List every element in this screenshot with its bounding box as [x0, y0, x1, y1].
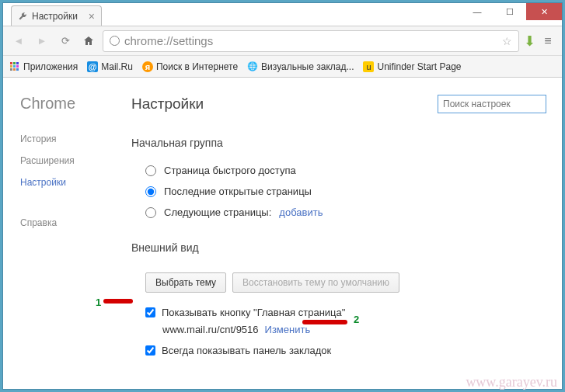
bookmark-visual[interactable]: 🌐 Визуальные заклад... [247, 61, 354, 72]
maximize-button[interactable]: ☐ [494, 3, 526, 20]
bookmark-search[interactable]: я Поиск в Интернете [142, 61, 238, 72]
settings-main: Настройки Начальная группа Страница быст… [124, 78, 562, 389]
startup-opt-continue[interactable]: Последние открытые страницы [131, 181, 546, 202]
tab-close-icon[interactable]: × [89, 10, 95, 23]
chrome-menu-button[interactable]: ≡ [540, 33, 556, 49]
sidebar-item-help[interactable]: Справка [20, 212, 124, 234]
choose-theme-button[interactable]: Выбрать тему [145, 272, 226, 293]
svg-rect-4 [13, 65, 16, 68]
tab-settings[interactable]: Настройки × [11, 5, 102, 26]
show-home-checkbox[interactable] [145, 307, 155, 317]
bookmark-unifinder[interactable]: u Unifinder Start Page [363, 61, 461, 72]
radio-pages[interactable] [145, 207, 156, 218]
annotation-1: 1 [96, 297, 101, 308]
svg-rect-8 [16, 68, 19, 71]
red-mark-2 [302, 320, 347, 324]
svg-rect-3 [10, 65, 12, 68]
show-home-checkbox-row[interactable]: Показывать кнопку "Главная страница" [131, 304, 546, 321]
svg-rect-5 [16, 65, 19, 68]
mailru-icon: @ [87, 61, 98, 72]
bookmark-label: Поиск в Интернете [156, 61, 238, 72]
red-mark-1 [103, 299, 133, 304]
bookmark-label: Визуальные заклад... [261, 61, 354, 72]
svg-rect-0 [10, 62, 12, 64]
unifinder-fav-icon: u [363, 61, 374, 72]
search-fav-icon: я [142, 61, 153, 72]
change-home-link[interactable]: Изменить [265, 324, 311, 335]
download-icon[interactable]: ⬇ [524, 33, 535, 50]
wrench-icon [18, 12, 27, 21]
bookmarks-bar: Приложения @ Mail.Ru я Поиск в Интернете… [3, 56, 562, 78]
apps-button[interactable]: Приложения [9, 61, 78, 72]
bookmark-star-icon[interactable]: ☆ [502, 35, 512, 47]
add-pages-link[interactable]: добавить [279, 206, 323, 218]
checkbox-label: Всегда показывать панель закладок [162, 345, 331, 356]
chrome-brand: Chrome [20, 95, 124, 113]
window-controls: — ☐ ✕ [461, 3, 562, 20]
visual-fav-icon: 🌐 [247, 61, 258, 72]
browser-window: — ☐ ✕ Настройки × ◄ ► ⟳ ☆ ⬇ ≡ Приложения… [2, 2, 563, 390]
close-button[interactable]: ✕ [526, 3, 562, 20]
page-title: Настройки [131, 95, 204, 113]
watermark: www.garayev.ru [466, 374, 557, 390]
startup-opt-pages[interactable]: Следующие страницы: добавить [131, 202, 546, 223]
svg-rect-2 [16, 62, 19, 64]
settings-search-input[interactable] [438, 95, 546, 113]
radio-label: Последние открытые страницы [164, 186, 312, 197]
toolbar: ◄ ► ⟳ ☆ ⬇ ≡ [3, 26, 562, 56]
minimize-button[interactable]: — [461, 3, 494, 20]
startup-opt-newtab[interactable]: Страница быстрого доступа [131, 160, 546, 181]
url-input[interactable] [124, 34, 497, 47]
startup-heading: Начальная группа [131, 137, 546, 149]
address-bar[interactable]: ☆ [103, 30, 519, 52]
annotation-2: 2 [354, 314, 359, 325]
back-button[interactable]: ◄ [9, 32, 28, 50]
bookmark-label: Unifinder Start Page [377, 61, 461, 72]
sidebar-item-settings[interactable]: Настройки [20, 172, 124, 193]
svg-rect-6 [10, 68, 12, 71]
radio-label: Следующие страницы: [164, 206, 271, 218]
apps-icon [9, 61, 20, 72]
radio-continue[interactable] [145, 186, 156, 197]
home-button[interactable] [79, 32, 98, 50]
apps-label: Приложения [23, 61, 78, 72]
radio-newtab[interactable] [145, 165, 156, 176]
forward-button[interactable]: ► [33, 32, 51, 50]
svg-rect-7 [13, 68, 16, 71]
show-bookmarks-checkbox[interactable] [145, 345, 155, 356]
bookmark-mailru[interactable]: @ Mail.Ru [87, 61, 133, 72]
appearance-heading: Внешний вид [131, 241, 546, 254]
tab-title: Настройки [32, 11, 78, 22]
home-url-text: www.mail.ru/cnt/9516 [162, 324, 259, 335]
radio-label: Страница быстрого доступа [164, 165, 296, 176]
globe-icon [110, 36, 120, 46]
page-content: Chrome История Расширения Настройки Спра… [3, 78, 562, 389]
bookmark-label: Mail.Ru [101, 61, 133, 72]
checkbox-label: Показывать кнопку "Главная страница" [162, 307, 345, 318]
sidebar-item-history[interactable]: История [20, 128, 124, 150]
settings-sidebar: Chrome История Расширения Настройки Спра… [3, 78, 124, 389]
show-bookmarks-checkbox-row[interactable]: Всегда показывать панель закладок [131, 342, 546, 359]
reload-button[interactable]: ⟳ [56, 32, 75, 50]
sidebar-item-extensions[interactable]: Расширения [20, 150, 124, 172]
reset-theme-button: Восстановить тему по умолчанию [232, 272, 399, 293]
svg-rect-1 [13, 62, 16, 64]
